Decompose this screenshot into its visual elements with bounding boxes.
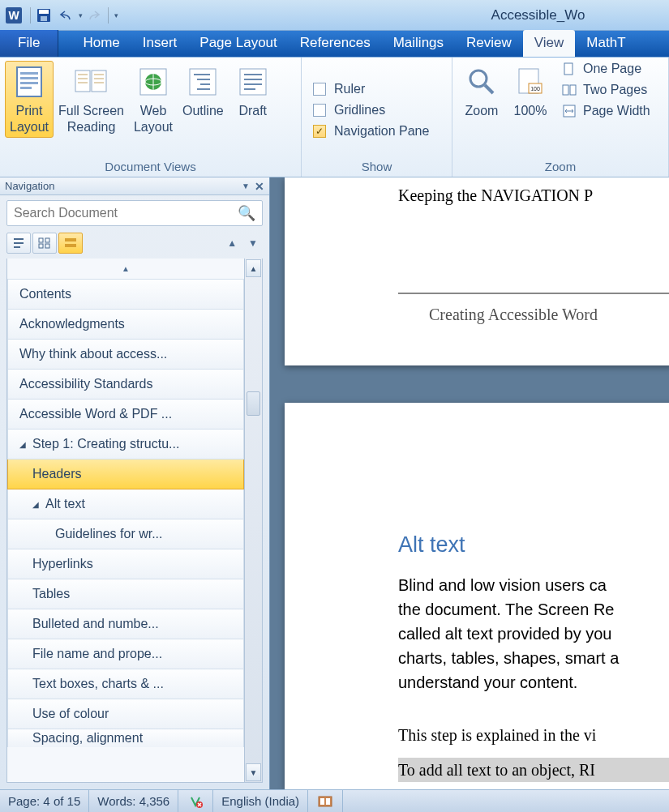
svg-point-17 [470,71,487,87]
read-mode-icon [316,793,334,810]
print-layout-button[interactable]: Print Layout [5,61,54,138]
nav-tree-item[interactable]: Tables [7,579,244,609]
zoom-100-button[interactable]: 100 100% [506,61,555,122]
outline-button[interactable]: Outline [178,61,229,122]
ribbon-tabstrip: File Home Insert Page Layout References … [0,31,669,58]
status-read-mode[interactable] [308,790,343,812]
scroll-track[interactable] [245,278,262,763]
nav-tree-item-label: Why think about access... [19,347,167,361]
nav-tree-item-label: Alt text [45,497,85,511]
ruler-label: Ruler [334,82,365,96]
nav-tree-item[interactable]: Guidelines for wr... [7,519,244,549]
svg-rect-10 [75,71,90,92]
nav-tree-item[interactable]: Bulleted and numbe... [7,609,244,639]
navigation-search-input[interactable] [14,206,238,220]
nav-tree-item[interactable]: Acknowledgments [7,310,244,340]
navigation-pane-header: Navigation ▼ ✕ [0,177,269,195]
nav-tree-item[interactable]: Use of colour [7,699,244,729]
tab-references[interactable]: References [289,30,382,57]
nav-tree-item[interactable]: Text boxes, charts & ... [7,669,244,699]
search-icon[interactable]: 🔍 [238,204,255,222]
svg-rect-21 [564,63,573,75]
doc-paragraph: This step is explained in the vi [398,723,669,747]
nav-tree-item[interactable]: Spacing, alignment [7,729,244,747]
nav-tree-item[interactable]: File name and prope... [7,639,244,669]
navigation-pane: Navigation ▼ ✕ 🔍 ▲ ▼ ▲ ContentsAcknowled… [0,177,270,789]
navigation-pane-close-icon[interactable]: ✕ [255,180,264,193]
svg-rect-29 [65,238,76,241]
full-screen-reading-icon [72,64,111,100]
tab-insert[interactable]: Insert [131,30,189,57]
scroll-down-icon[interactable]: ▼ [246,763,261,781]
nav-tree-item[interactable]: ◢Alt text [7,489,244,519]
nav-tab-results[interactable] [58,233,83,254]
nav-prev-icon[interactable]: ▲ [227,237,237,249]
tab-view[interactable]: View [523,30,576,57]
full-screen-reading-button[interactable]: Full Screen Reading [54,61,129,138]
two-pages-icon [561,82,577,98]
navigation-search[interactable]: 🔍 [6,200,263,226]
status-page[interactable]: Page: 4 of 15 [0,790,89,812]
web-layout-button[interactable]: Web Layout [129,61,178,138]
one-page-label: One Page [583,62,641,76]
nav-tree-item-label: Contents [19,287,71,301]
svg-rect-15 [190,69,216,95]
doc-subtitle: Creating Accessible Word [429,306,598,324]
nav-tree-item[interactable]: Contents [7,280,244,310]
outline-icon [183,64,222,100]
draft-button[interactable]: Draft [229,61,277,122]
status-language[interactable]: English (India) [213,790,308,812]
ruler-checkbox[interactable]: Ruler [313,82,440,96]
status-proofing[interactable] [178,790,213,812]
tab-page-layout[interactable]: Page Layout [188,30,288,57]
tree-jump-to-top[interactable]: ▲ [7,259,244,280]
svg-rect-30 [65,244,76,247]
scroll-thumb[interactable] [247,391,260,416]
nav-tree-item[interactable]: ◢Step 1: Creating structu... [7,430,244,459]
ribbon-group-zoom: Zoom 100 100% One Page Two Pages Page Wi… [452,58,669,177]
print-layout-icon [10,64,49,100]
svg-text:100: 100 [530,86,540,92]
tab-mailings[interactable]: Mailings [382,30,455,57]
undo-icon[interactable] [56,5,77,26]
nav-tree-item[interactable]: Headers [7,459,244,489]
tab-review[interactable]: Review [455,30,523,57]
navigation-tabs: ▲ ▼ [6,233,263,254]
draft-icon [234,64,272,100]
navigation-scrollbar[interactable]: ▲ ▼ [244,259,262,782]
nav-tab-pages[interactable] [32,233,57,254]
svg-rect-25 [39,238,43,242]
nav-tree-item-label: Step 1: Creating structu... [32,437,179,451]
navigation-pane-menu-icon[interactable]: ▼ [242,182,250,190]
nav-tree-item-label: Hyperlinks [32,557,93,571]
two-pages-button[interactable]: Two Pages [561,82,650,98]
one-page-button[interactable]: One Page [561,61,650,77]
nav-tree-item[interactable]: Accessible Word & PDF ... [7,400,244,430]
scroll-up-icon[interactable]: ▲ [246,259,261,277]
nav-tab-headings[interactable] [6,233,31,254]
nav-tree-item-label: Use of colour [32,707,109,721]
doc-heading: Alt text [398,532,465,558]
ribbon-group-show: Ruler Gridlines ✓Navigation Pane Show [302,58,452,177]
navigation-pane-checkbox[interactable]: ✓Navigation Pane [313,124,440,139]
nav-tree-item[interactable]: Why think about access... [7,340,244,370]
save-icon[interactable] [33,5,54,26]
nav-next-icon[interactable]: ▼ [248,237,258,249]
nav-tree-item-label: Accessibility Standards [19,377,153,391]
nav-tree-item[interactable]: Hyperlinks [7,549,244,579]
gridlines-checkbox[interactable]: Gridlines [313,103,440,118]
status-words[interactable]: Words: 4,356 [89,790,178,812]
nav-tree-item-label: Headers [32,467,81,481]
navigation-tree: ▲ ContentsAcknowledgmentsWhy think about… [7,259,244,782]
word-app-icon[interactable]: W [3,5,24,26]
tab-home[interactable]: Home [71,30,131,57]
ribbon: Print Layout Full Screen Reading Web Lay… [0,58,669,177]
zoom-button[interactable]: Zoom [457,61,506,122]
document-area[interactable]: Keeping the NAVIGATION P Creating Access… [270,177,669,789]
tab-mathtype[interactable]: MathT [575,30,637,57]
nav-tree-item[interactable]: Accessibility Standards [7,370,244,400]
svg-rect-28 [45,244,49,248]
tab-file[interactable]: File [0,30,58,57]
redo-icon[interactable] [83,5,104,26]
page-width-button[interactable]: Page Width [561,103,650,119]
